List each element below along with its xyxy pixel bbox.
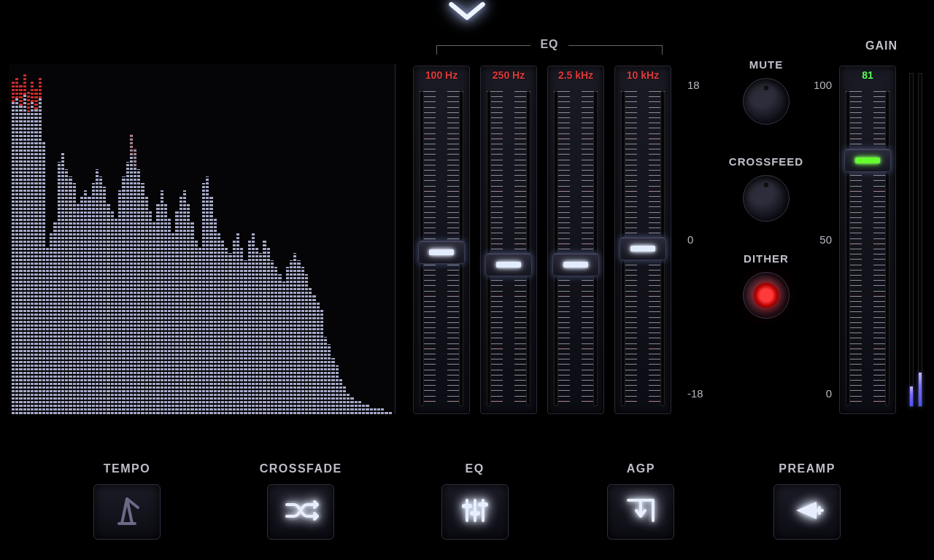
spectrum-bar: [362, 404, 365, 414]
spectrum-bar: [252, 232, 255, 414]
spectrum-bar: [183, 190, 186, 414]
spectrum-bar: [286, 267, 289, 414]
gain-thumb[interactable]: [844, 149, 891, 172]
knob-column: MUTE CROSSFEED DITHER: [722, 58, 810, 319]
spectrum-bar: [126, 162, 129, 414]
spectrum-bar: [175, 211, 178, 414]
spectrum-bar: [141, 183, 144, 414]
spectrum-bar: [198, 246, 201, 414]
spectrum-bar: [343, 386, 346, 414]
tempo-label: TEMPO: [104, 462, 150, 475]
spectrum-bar: [80, 197, 83, 414]
spectrum-bar: [39, 78, 42, 414]
spectrum-bar: [156, 204, 159, 414]
spectrum-bar: [23, 74, 26, 414]
spectrum-bar: [381, 407, 384, 414]
spectrum-bar: [190, 222, 193, 414]
spectrum-bar: [107, 204, 109, 414]
vu-left: [909, 73, 914, 407]
spectrum-bar: [385, 411, 387, 414]
spectrum-bar: [103, 187, 106, 414]
spectrum-bar: [339, 379, 342, 414]
spectrum-bar: [134, 148, 136, 414]
eq-button-block: EQ: [441, 462, 509, 540]
eq-button[interactable]: [441, 484, 509, 540]
spectrum-bar: [255, 246, 258, 414]
spectrum-bar: [324, 337, 327, 414]
eq-thumb[interactable]: [552, 253, 599, 276]
spectrum-bar: [248, 239, 251, 414]
spectrum-bar: [46, 246, 49, 414]
eq-thumb[interactable]: [620, 237, 666, 260]
agp-button[interactable]: [607, 484, 674, 540]
spectrum-bar: [317, 302, 320, 414]
eq-band-freq: 250 Hz: [493, 69, 525, 87]
spectrum-bar: [111, 211, 114, 414]
spectrum-bar: [137, 169, 140, 414]
preamp-label: PREAMP: [779, 462, 835, 475]
spectrum-bar: [202, 183, 205, 414]
spectrum-bar: [195, 239, 198, 414]
dither-knob[interactable]: [743, 272, 790, 319]
chevron-down-icon: [447, 0, 487, 24]
mute-block: MUTE: [743, 58, 790, 125]
eq-band-10khz[interactable]: 10 kHz: [614, 66, 671, 414]
preamp-button[interactable]: [773, 484, 841, 540]
spectrum-bar: [233, 239, 236, 414]
tempo-button[interactable]: [93, 484, 161, 540]
gain-value: 81: [862, 69, 873, 87]
spectrum-bar: [221, 239, 224, 414]
spectrum-bar: [377, 407, 380, 414]
spectrum-bar: [50, 232, 53, 414]
spectrum-bar: [164, 204, 167, 414]
crossfade-button[interactable]: [267, 484, 334, 540]
eq-band-2.5khz[interactable]: 2.5 kHz: [547, 66, 604, 414]
dither-label: DITHER: [744, 252, 789, 265]
metronome-icon: [109, 494, 145, 529]
spectrum-bar: [389, 411, 392, 414]
bottom-button-row: TEMPOCROSSFADEEQAGPPREAMP: [0, 438, 934, 540]
agp-icon: [622, 494, 659, 529]
spectrum-bar: [168, 218, 171, 414]
eq-scale-max: 18: [687, 79, 703, 91]
eq-thumb[interactable]: [485, 253, 532, 276]
spectrum-bar: [297, 260, 300, 414]
crossfeed-knob[interactable]: [743, 175, 790, 222]
spectrum-bar: [15, 78, 18, 414]
eq-thumb[interactable]: [418, 241, 465, 264]
crossfeed-block: CROSSFEED: [729, 155, 803, 222]
spectrum-bar: [320, 309, 323, 414]
spectrum-bar: [271, 260, 274, 414]
mute-knob[interactable]: [743, 78, 790, 125]
eq-band-freq: 2.5 kHz: [558, 69, 593, 87]
spectrum-bar: [267, 246, 270, 414]
eq-scale: 18 0 -18: [687, 79, 703, 400]
spectrum-bar: [214, 218, 217, 414]
spectrum-bar: [118, 190, 121, 414]
spectrum-bar: [263, 239, 266, 414]
spectrum-bar: [366, 404, 368, 414]
spectrum-bar: [290, 260, 293, 414]
spectrum-bar: [370, 407, 373, 414]
eq-band-250hz[interactable]: 250 Hz: [480, 66, 537, 414]
gain-slider[interactable]: 81: [839, 66, 896, 414]
spectrum-bar: [217, 232, 220, 414]
gain-scale-mid: 50: [808, 233, 832, 246]
eq-band-freq: 100 Hz: [425, 69, 458, 87]
spectrum-bar: [12, 82, 15, 414]
spectrum-bar: [350, 397, 353, 414]
gain-scale: 100 50 0: [808, 79, 832, 400]
spectrum-bar: [84, 190, 87, 414]
spectrum-bar: [187, 204, 190, 414]
spectrum-bar: [58, 162, 61, 414]
crossfeed-label: CROSSFEED: [729, 155, 803, 168]
spectrum-bar: [153, 222, 155, 414]
spectrum-bar: [34, 89, 37, 414]
spectrum-bar: [336, 365, 339, 414]
spectrum-bar: [347, 393, 350, 414]
spectrum-bar: [65, 169, 68, 414]
spectrum-bar: [42, 141, 45, 414]
collapse-chevron[interactable]: [441, 0, 493, 26]
eq-band-100hz[interactable]: 100 Hz: [413, 66, 470, 414]
spectrum-bar: [293, 253, 296, 414]
